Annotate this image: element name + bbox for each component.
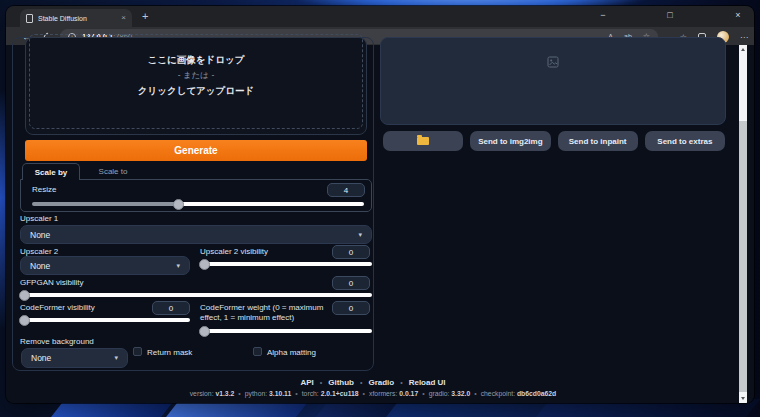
gradio-value: 3.32.0 (451, 390, 470, 397)
bullet-separator: • (474, 390, 476, 397)
python-value: 3.10.11 (269, 390, 291, 397)
reload-ui-link[interactable]: Reload UI (409, 378, 446, 387)
scrollbar-thumb[interactable] (739, 121, 747, 392)
desktop: Stable Diffusion × + − □ × ← i 127.0.0.1… (0, 0, 760, 417)
open-folder-button[interactable] (383, 131, 463, 151)
xformers-value: 0.0.17 (399, 390, 418, 397)
upscaler1-value: None (30, 230, 50, 240)
resize-slider[interactable] (32, 199, 364, 210)
resize-label: Resize (32, 185, 56, 194)
bullet-separator: • (238, 390, 240, 397)
codeformer-visibility-slider[interactable] (20, 315, 190, 326)
checkpoint-label: checkpoint: (481, 390, 515, 397)
slider-track[interactable] (20, 318, 190, 322)
gfpgan-visibility-input[interactable]: 0 (332, 276, 370, 290)
version-value: v1.3.2 (215, 390, 234, 397)
api-link[interactable]: API (300, 378, 313, 387)
slider-handle[interactable] (199, 259, 210, 270)
settings-menu-icon[interactable]: ⋯ (740, 33, 748, 42)
alpha-matting-checkbox[interactable] (253, 347, 262, 356)
gradio-link[interactable]: Gradio (368, 378, 394, 387)
chevron-down-icon: ▾ (176, 262, 180, 270)
bullet-separator: • (400, 379, 402, 386)
torch-label: torch: (302, 390, 319, 397)
python-label: python: (245, 390, 267, 397)
gfpgan-visibility-slider[interactable] (20, 290, 372, 301)
window-minimize-button[interactable]: − (594, 10, 612, 20)
slider-track[interactable] (200, 262, 372, 266)
window-close-button[interactable]: × (729, 10, 747, 20)
image-output-area (380, 37, 726, 125)
chevron-down-icon: ▾ (114, 354, 118, 362)
slider-handle[interactable] (19, 290, 30, 301)
generate-button[interactable]: Generate (25, 140, 367, 161)
send-to-inpaint-button[interactable]: Send to inpaint (558, 131, 638, 151)
gradio-label: gradio: (429, 390, 450, 397)
remove-background-value: None (31, 353, 51, 363)
tab-scale-by[interactable]: Scale by (22, 163, 80, 180)
scrollbar-up-icon[interactable] (741, 48, 745, 51)
upscaler1-dropdown[interactable]: None ▾ (20, 225, 372, 244)
upscaler1-label: Upscaler 1 (20, 214, 58, 223)
upscaler2-visibility-slider[interactable] (200, 259, 372, 270)
window-maximize-button[interactable]: □ (661, 10, 679, 20)
dropzone-line2: - または - (26, 70, 366, 82)
upscaler2-visibility-label: Upscaler 2 visibility (200, 247, 268, 256)
codeformer-weight-input[interactable]: 0 (332, 301, 370, 315)
folder-icon (417, 137, 429, 145)
image-upload-dropzone[interactable]: ここに画像をドロップ - または - クリックしてアップロード (25, 37, 367, 135)
alpha-matting-label: Alpha matting (267, 348, 316, 357)
output-actions: Send to img2img Send to inpaint Send to … (383, 131, 725, 151)
github-link[interactable]: Github (328, 378, 354, 387)
page-favicon-icon (26, 14, 33, 23)
footer-links: API•Github•Gradio•Reload UI (6, 378, 740, 387)
upscaler2-visibility-input[interactable]: 0 (332, 245, 370, 259)
page-scrollbar[interactable] (739, 45, 747, 403)
bullet-separator: • (363, 390, 365, 397)
remove-background-dropdown[interactable]: None ▾ (21, 348, 128, 368)
browser-tab[interactable]: Stable Diffusion × (20, 9, 132, 27)
send-to-img2img-button[interactable]: Send to img2img (470, 131, 550, 151)
tab-close-icon[interactable]: × (121, 14, 126, 22)
version-label: version: (190, 390, 214, 397)
bullet-separator: • (360, 379, 362, 386)
dropzone-text: ここに画像をドロップ - または - クリックしてアップロード (26, 54, 366, 98)
send-to-extras-button[interactable]: Send to extras (645, 131, 725, 151)
slider-handle[interactable] (173, 199, 184, 210)
return-mask-label: Return mask (147, 348, 192, 357)
browser-window: Stable Diffusion × + − □ × ← i 127.0.0.1… (6, 6, 754, 403)
slider-track[interactable] (20, 293, 372, 297)
bullet-separator: • (422, 390, 424, 397)
xformers-label: xformers: (369, 390, 397, 397)
checkpoint-value: db6cd0a62d (517, 390, 556, 397)
dropzone-line1: ここに画像をドロップ (26, 54, 366, 67)
codeformer-weight-slider[interactable] (200, 326, 372, 337)
scale-by-panel: Resize 4 (20, 179, 372, 212)
tab-scale-to[interactable]: Scale to (86, 163, 140, 180)
return-mask-checkbox[interactable] (133, 347, 142, 356)
slider-handle[interactable] (199, 326, 210, 337)
remove-background-label: Remove background (20, 337, 94, 346)
gfpgan-visibility-label: GFPGAN visibility (20, 278, 84, 287)
codeformer-weight-label: CodeFormer weight (0 = maximum effect, 1… (200, 303, 326, 323)
codeformer-visibility-input[interactable]: 0 (152, 301, 190, 315)
slider-track[interactable] (200, 329, 372, 333)
scrollbar-down-icon[interactable] (741, 397, 745, 400)
slider-handle[interactable] (19, 315, 30, 326)
upscaler2-label: Upscaler 2 (20, 247, 58, 256)
resize-value-input[interactable]: 4 (327, 183, 365, 197)
bullet-separator: • (320, 379, 322, 386)
torch-value: 2.0.1+cu118 (321, 390, 359, 397)
footer-version-line: version: v1.3.2•python: 3.10.11•torch: 2… (6, 390, 740, 397)
image-placeholder-icon (547, 56, 559, 68)
codeformer-visibility-label: CodeFormer visibility (20, 303, 95, 312)
upscaler2-value: None (30, 261, 50, 271)
slider-track[interactable] (32, 202, 364, 206)
tab-title: Stable Diffusion (38, 15, 116, 22)
browser-titlebar: Stable Diffusion × + − □ × (6, 6, 754, 27)
bullet-separator: • (295, 390, 297, 397)
dropzone-line3: クリックしてアップロード (26, 85, 366, 98)
new-tab-button[interactable]: + (142, 10, 148, 22)
webui-page: ここに画像をドロップ - または - クリックしてアップロード Generate… (6, 45, 754, 403)
upscaler2-dropdown[interactable]: None ▾ (20, 256, 190, 275)
